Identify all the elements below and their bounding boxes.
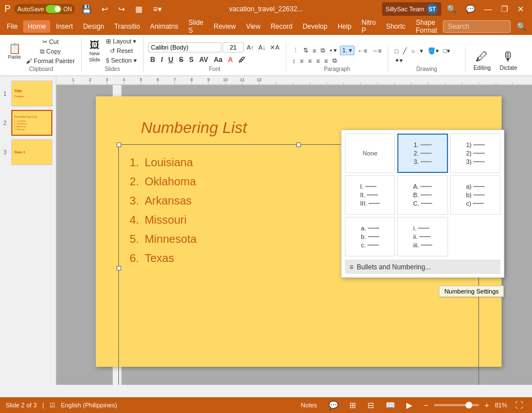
dictate-button[interactable]: 🎙 Dictate [496,48,521,72]
slide-thumb-1[interactable]: 1 Title Content [3,81,52,106]
font-name-input[interactable] [148,42,221,52]
underline-button[interactable]: U [166,55,176,65]
align-text-btn[interactable]: ≡ [311,47,318,55]
bullets-btn-ribbon[interactable]: • ▾ [328,46,339,55]
strikethrough-button[interactable]: S [176,55,185,65]
rect-shape-btn[interactable]: □ [393,47,400,55]
slide-thumb-2[interactable]: 2 Numbering List 1. Louisiana 2. Oklahom… [3,110,52,136]
highlight-button[interactable]: 🖊 [236,55,247,65]
align-center-btn[interactable]: ≡ [307,57,313,65]
normal-view-btn[interactable]: ⊞ [346,399,360,411]
format-painter-button[interactable]: 🖌 Format Painter [24,57,77,65]
font-size-input[interactable] [223,42,244,52]
smart-art-btn[interactable]: ⧉ [319,46,327,55]
comments-btn[interactable]: 💬 [462,3,478,15]
num-option-123-paren[interactable]: 1) 2) 3) [450,134,500,173]
decrease-indent-btn[interactable]: ←≡ [356,47,369,55]
text-direction-btn[interactable]: ⇅ [302,46,310,55]
menu-design[interactable]: Design [78,20,108,33]
copy-button[interactable]: ⧉ Copy [24,47,77,56]
num-option-alpha-upper[interactable]: A. B. C. [397,175,447,215]
redo-button[interactable]: ↪ [115,3,128,15]
layout-button[interactable]: ⊞ Layout ▾ [104,37,139,46]
menu-record[interactable]: Record [266,20,297,33]
reset-button[interactable]: ↺ Reset [104,47,139,55]
num-option-123[interactable]: 1. 2. 3. [397,134,447,173]
menu-home[interactable]: Home [23,20,50,33]
handle-ml[interactable] [117,266,121,270]
num-option-none[interactable]: None [345,134,395,173]
customize-button[interactable]: ≡▾ [149,3,165,15]
zoom-slider[interactable] [434,404,479,406]
comments-status-btn[interactable]: 💬 [325,399,342,411]
line-shape-btn[interactable]: ╱ [401,47,409,55]
menu-help[interactable]: Help [333,20,356,33]
save-button[interactable]: 💾 [78,3,95,15]
menu-review[interactable]: Review [209,20,240,33]
menu-file[interactable]: File [2,20,22,33]
shape-effects-btn[interactable]: ✦▾ [393,56,405,65]
font-increase-btn[interactable]: A↑ [245,43,256,51]
team-badge[interactable]: SillySac Team ST [382,2,441,16]
zoom-out-btn[interactable]: − [420,399,432,411]
menu-animations[interactable]: Animatns [145,20,183,33]
num-option-alpha-lower[interactable]: a. b. c. [345,217,395,256]
num-option-roman-upper[interactable]: I. II. III. [345,175,395,215]
num-option-alpha-lower-paren[interactable]: a) b) c) [450,175,500,215]
autosave-switch[interactable] [46,5,61,13]
menu-shape-format[interactable]: Shape Format [411,16,442,37]
oval-shape-btn[interactable]: ○ [410,47,417,55]
minimize-button[interactable]: — [481,3,495,15]
new-slide-button[interactable]: 🖼 New Slide [86,39,103,64]
menu-shortcuts[interactable]: Shortc [382,20,410,33]
shadow-button[interactable]: S [187,55,196,65]
num-option-roman-lower[interactable]: i. ii. iii. [397,217,447,256]
slide-img-2[interactable]: Numbering List 1. Louisiana 2. Oklahoma … [11,110,52,136]
slide-thumb-3[interactable]: 3 Slide 3 [3,139,52,165]
menu-insert[interactable]: Insert [51,20,77,33]
slide-sorter-btn[interactable]: ⊟ [364,399,378,411]
clear-format-btn[interactable]: ✕A [268,43,281,52]
present-view-btn[interactable]: ▶ [403,399,416,411]
restore-button[interactable]: ❐ [498,3,512,15]
slide-img-1[interactable]: Title Content [11,81,52,106]
zoom-in-btn[interactable]: + [481,399,493,411]
reading-view-btn[interactable]: 📖 [382,399,398,411]
fit-slide-btn[interactable]: ⛶ [512,399,526,411]
numbering-btn[interactable]: 1. ▾ [340,46,354,55]
search-ribbon-btn[interactable]: 🔍 [444,3,460,15]
font-decrease-btn[interactable]: A↓ [257,43,268,51]
italic-button[interactable]: I [158,55,165,65]
menu-slideshow[interactable]: Slide S [184,16,208,37]
search-input[interactable] [443,20,511,33]
editing-button[interactable]: 🖊 Editing [470,48,494,72]
justify-btn[interactable]: ≡ [323,57,330,65]
align-left-btn[interactable]: ≡ [298,57,305,65]
font-case-button[interactable]: Aa [211,55,224,65]
handle-tm[interactable] [296,143,301,147]
undo-button[interactable]: ↩ [98,3,112,15]
column-count-btn[interactable]: ⧉ [331,56,339,65]
char-spacing-button[interactable]: AV [197,55,210,65]
shape-fill-btn[interactable]: 🪣▾ [426,47,441,55]
shapes-more-btn[interactable]: ▾ [418,47,425,55]
columns-btn[interactable]: ⋮ [291,46,300,55]
close-button[interactable]: ✕ [514,3,527,15]
notes-btn[interactable]: Notes [298,401,321,410]
cut-button[interactable]: ✂ Cut [24,38,77,46]
menu-transitions[interactable]: Transitio [110,20,145,33]
paste-button[interactable]: 📋 Paste [6,42,23,61]
bullets-and-numbering-button[interactable]: ≡ Bullets and Numbering... [345,260,500,274]
font-color-button[interactable]: A [226,55,236,65]
section-button[interactable]: § Section ▾ [104,56,139,65]
present-button[interactable]: ▦ [132,3,146,15]
menu-search-icon-btn[interactable]: 🔍 [514,20,529,33]
menu-nitro[interactable]: Nitro P [357,16,380,37]
align-right-btn[interactable]: ≡ [314,57,321,65]
bold-button[interactable]: B [148,55,158,65]
menu-view[interactable]: View [241,20,265,33]
handle-tl[interactable] [117,143,121,147]
increase-indent-btn[interactable]: →≡ [370,47,383,55]
menu-developer[interactable]: Develop [298,20,332,33]
slide-img-3[interactable]: Slide 3 [11,139,52,165]
